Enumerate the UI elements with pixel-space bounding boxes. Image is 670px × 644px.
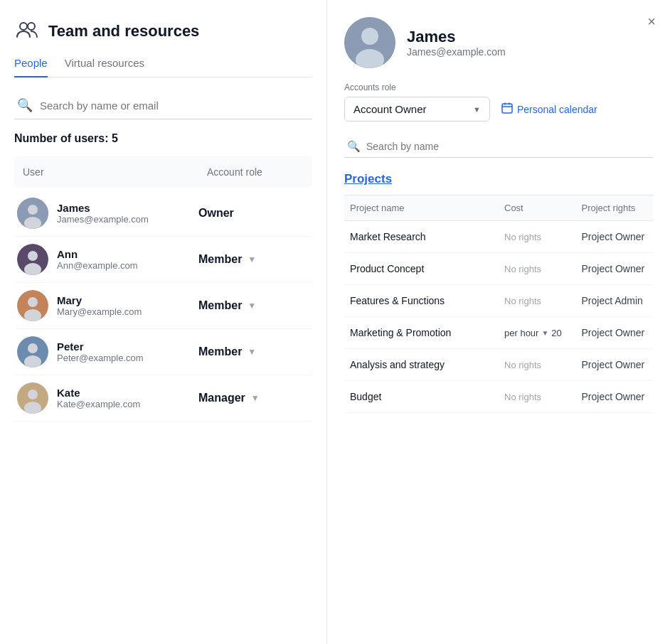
svg-point-15 — [28, 390, 38, 399]
user-row[interactable]: James James@example.com Owner — [14, 190, 312, 237]
user-role: Member ▼ — [198, 253, 312, 266]
avatar — [17, 382, 48, 414]
project-cost: No rights — [499, 392, 576, 402]
user-role: Member ▼ — [198, 299, 312, 312]
user-details: Peter Peter@example.com — [57, 340, 144, 363]
role-select-wrapper[interactable]: Account Owner ▼ — [344, 97, 490, 122]
svg-point-9 — [28, 297, 38, 307]
role-column-header: Account role — [198, 162, 312, 182]
user-info: Peter Peter@example.com — [14, 336, 198, 367]
chevron-down-icon: ▼ — [248, 347, 256, 357]
profile-details: James James@example.com — [407, 28, 506, 58]
project-cost: No rights — [499, 264, 576, 274]
project-row: Features & Functions No rights Project A… — [344, 285, 653, 317]
projects-table-header: Project name Cost Project rights — [344, 195, 653, 221]
user-info: James James@example.com — [14, 198, 198, 229]
user-count: Number of users: 5 — [14, 132, 312, 145]
left-search-input[interactable] — [40, 100, 309, 112]
project-row: Budget No rights Project Owner — [344, 381, 653, 413]
app-header: Team and resources — [14, 17, 312, 45]
user-role: Owner — [198, 207, 312, 220]
chevron-down-icon: ▼ — [251, 393, 260, 403]
cost-header: Cost — [499, 203, 576, 213]
avatar — [17, 198, 48, 229]
chevron-down-icon: ▼ — [541, 329, 548, 337]
user-column-header: User — [14, 162, 198, 182]
user-row[interactable]: Ann Ann@example.com Member ▼ — [14, 237, 312, 283]
user-info: Ann Ann@example.com — [14, 244, 198, 275]
role-row: Account Owner ▼ Personal calendar — [344, 97, 653, 122]
project-rights: Project Admin — [576, 295, 654, 306]
chevron-down-icon: ▼ — [248, 301, 256, 311]
tab-virtual-resources[interactable]: Virtual resources — [65, 57, 144, 77]
rights-header: Project rights — [576, 203, 654, 213]
user-role: Manager ▼ — [198, 392, 312, 404]
user-details: Mary Mary@example.com — [57, 294, 142, 317]
project-rights: Project Owner — [576, 359, 654, 370]
accounts-role-label: Accounts role — [344, 82, 653, 92]
right-search-bar: 🔍 — [344, 136, 653, 158]
user-list: James James@example.com Owner A — [14, 190, 312, 644]
project-rights: Project Owner — [576, 391, 654, 402]
chevron-down-icon: ▼ — [473, 105, 481, 114]
project-row: Marketing & Promotion per hour ▼ 20 Proj… — [344, 317, 653, 349]
project-row: Product Concept No rights Project Owner — [344, 253, 653, 285]
user-details: Ann Ann@example.com — [57, 248, 138, 271]
user-name: Peter — [57, 340, 144, 353]
svg-point-12 — [28, 343, 38, 353]
user-email: Peter@example.com — [57, 353, 144, 363]
user-info: Mary Mary@example.com — [14, 290, 198, 321]
user-row[interactable]: Kate Kate@example.com Manager ▼ — [14, 375, 312, 422]
project-name: Features & Functions — [344, 295, 499, 306]
project-cost: per hour ▼ 20 — [499, 328, 576, 338]
chevron-down-icon: ▼ — [248, 254, 256, 264]
close-button[interactable]: × — [647, 14, 656, 28]
profile-email: James@example.com — [407, 46, 506, 58]
user-info: Kate Kate@example.com — [14, 382, 198, 414]
left-panel: Team and resources People Virtual resour… — [0, 0, 327, 644]
project-row: Market Research No rights Project Owner — [344, 221, 653, 253]
right-panel: × James James@example.com Accounts role … — [327, 0, 670, 644]
tab-people[interactable]: People — [14, 57, 48, 77]
project-name: Budget — [344, 391, 499, 402]
project-name: Analysis and strategy — [344, 359, 499, 370]
user-name: Mary — [57, 294, 142, 306]
project-cost: No rights — [499, 232, 576, 242]
user-email: James@example.com — [57, 214, 149, 225]
app-title: Team and resources — [48, 22, 199, 41]
calendar-icon — [501, 102, 513, 116]
svg-point-18 — [361, 28, 378, 45]
user-row[interactable]: Mary Mary@example.com Member ▼ — [14, 283, 312, 329]
personal-calendar-label: Personal calendar — [517, 104, 597, 115]
user-table-header: User Account role — [14, 156, 312, 188]
right-search-input[interactable] — [366, 141, 650, 152]
svg-point-1 — [28, 23, 35, 30]
user-email: Kate@example.com — [57, 399, 140, 409]
project-rights: Project Owner — [576, 231, 654, 242]
project-name: Market Research — [344, 231, 499, 242]
svg-point-6 — [28, 251, 38, 261]
projects-link[interactable]: Projects — [344, 172, 653, 186]
search-icon: 🔍 — [347, 140, 361, 153]
project-name: Marketing & Promotion — [344, 327, 499, 338]
people-icon — [14, 17, 40, 45]
left-search-bar: 🔍 — [14, 92, 312, 119]
project-rights: Project Owner — [576, 327, 654, 338]
avatar — [17, 244, 48, 275]
search-icon: 🔍 — [17, 97, 33, 113]
user-role: Member ▼ — [198, 345, 312, 358]
user-name: Kate — [57, 387, 140, 399]
project-cost: No rights — [499, 360, 576, 370]
user-name: James — [57, 202, 149, 214]
project-rights: Project Owner — [576, 263, 654, 274]
user-email: Mary@example.com — [57, 306, 142, 317]
project-name-header: Project name — [344, 203, 499, 213]
personal-calendar-button[interactable]: Personal calendar — [501, 102, 597, 116]
user-name: Ann — [57, 248, 138, 260]
role-select-text: Account Owner — [353, 103, 467, 115]
tabs: People Virtual resources — [14, 57, 312, 77]
user-profile: James James@example.com — [344, 17, 653, 68]
svg-rect-20 — [502, 104, 512, 113]
project-row: Analysis and strategy No rights Project … — [344, 349, 653, 381]
user-row[interactable]: Peter Peter@example.com Member ▼ — [14, 329, 312, 375]
